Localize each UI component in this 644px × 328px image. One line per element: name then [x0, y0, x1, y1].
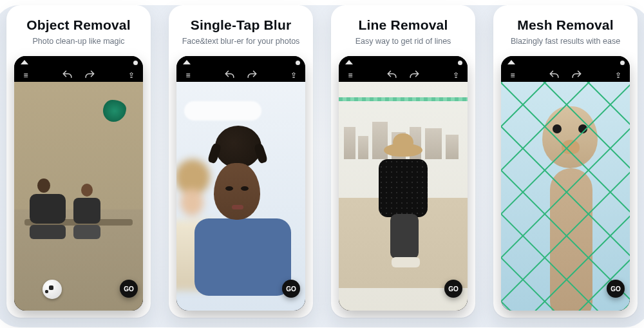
- phone-mockup: ≡ ⇪: [501, 56, 630, 311]
- app-top-bar: ≡ ⇪: [501, 69, 630, 82]
- undo-icon[interactable]: [61, 71, 74, 80]
- signal-icon: [21, 60, 28, 64]
- menu-icon[interactable]: ≡: [506, 71, 519, 80]
- feature-card-object-removal: Object Removal Photo clean-up like magic…: [6, 5, 151, 318]
- go-button[interactable]: GO: [282, 280, 300, 298]
- go-button[interactable]: GO: [607, 280, 625, 298]
- phone-mockup: ≡ ⇪: [14, 56, 143, 311]
- app-store-screenshots: Object Removal Photo clean-up like magic…: [0, 0, 644, 328]
- status-bar: [14, 56, 143, 69]
- redo-icon[interactable]: [245, 71, 258, 80]
- app-top-bar: ≡ ⇪: [339, 69, 468, 82]
- menu-icon[interactable]: ≡: [182, 71, 194, 80]
- phone-mockup: ≡ ⇪: [339, 56, 468, 311]
- undo-icon[interactable]: [223, 71, 236, 80]
- feature-card-line-removal: Line Removal Easy way to get rid of line…: [331, 5, 475, 318]
- sample-photo: [176, 82, 305, 311]
- feature-title: Line Removal: [359, 17, 448, 33]
- status-bar: [176, 56, 305, 69]
- sample-photo: [339, 82, 468, 311]
- app-top-bar: ≡ ⇪: [14, 69, 143, 82]
- feature-subtitle: Easy way to get rid of lines: [355, 37, 451, 46]
- status-bar: [339, 56, 468, 69]
- signal-icon: [183, 60, 191, 64]
- feature-card-single-tap-blur: Single-Tap Blur Face&text blur-er for yo…: [169, 5, 313, 318]
- feature-card-mesh-removal: Mesh Removal Blazingly fast results with…: [493, 5, 638, 318]
- phone-mockup: ≡ ⇪: [176, 56, 305, 311]
- undo-icon[interactable]: [548, 71, 561, 80]
- overhead-line: [339, 97, 468, 101]
- sample-photo: [501, 82, 630, 311]
- battery-icon: [458, 61, 462, 65]
- features-row: Object Removal Photo clean-up like magic…: [0, 0, 644, 328]
- battery-icon: [620, 61, 625, 65]
- go-button[interactable]: GO: [444, 280, 462, 298]
- battery-icon: [296, 61, 300, 65]
- app-top-bar: ≡ ⇪: [176, 69, 305, 82]
- redo-icon[interactable]: [83, 71, 96, 80]
- redo-icon[interactable]: [570, 71, 583, 80]
- feature-subtitle: Blazingly fast results with ease: [511, 37, 620, 46]
- editor-viewport[interactable]: GO: [176, 82, 305, 311]
- feature-title: Object Removal: [26, 17, 131, 33]
- battery-icon: [133, 61, 138, 65]
- signal-icon: [507, 60, 515, 64]
- signal-icon: [345, 60, 353, 64]
- menu-icon[interactable]: ≡: [344, 71, 357, 80]
- share-icon[interactable]: ⇪: [125, 71, 138, 80]
- redo-icon[interactable]: [408, 71, 421, 80]
- share-icon[interactable]: ⇪: [287, 71, 300, 80]
- editor-viewport[interactable]: GO: [339, 82, 468, 311]
- menu-icon[interactable]: ≡: [19, 71, 32, 80]
- go-button[interactable]: GO: [120, 280, 138, 298]
- share-icon[interactable]: ⇪: [612, 71, 625, 80]
- editor-viewport[interactable]: GO: [501, 82, 630, 311]
- feature-title: Single-Tap Blur: [191, 17, 292, 33]
- feature-subtitle: Face&text blur-er for your photos: [182, 37, 300, 46]
- sample-photo: [14, 82, 143, 311]
- undo-icon[interactable]: [386, 71, 399, 80]
- editor-viewport[interactable]: GO: [14, 82, 143, 311]
- status-bar: [501, 56, 630, 69]
- share-icon[interactable]: ⇪: [450, 71, 462, 80]
- feature-subtitle: Photo clean-up like magic: [32, 37, 124, 46]
- feature-title: Mesh Removal: [517, 17, 613, 33]
